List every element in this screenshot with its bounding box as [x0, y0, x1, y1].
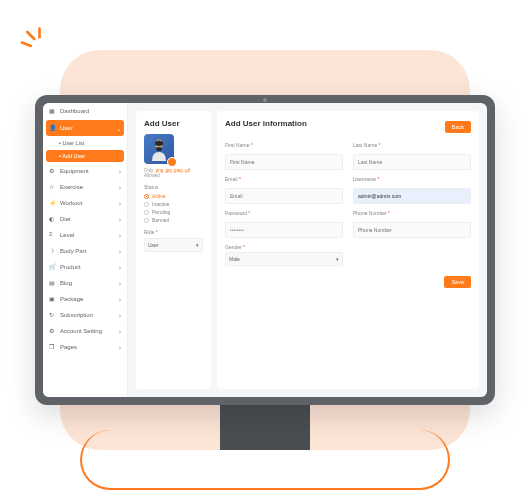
- email-field: Email *: [225, 176, 343, 204]
- radio-active[interactable]: Active: [144, 193, 203, 199]
- sidebar-item-equipment[interactable]: ⚙Equipment›: [43, 163, 127, 179]
- sidebar-item-body-part[interactable]: ☽Body Part›: [43, 243, 127, 259]
- chevron-right-icon: ›: [119, 312, 121, 318]
- pages-icon: ❐: [49, 343, 57, 351]
- sidebar-item-diet[interactable]: ◐Diet›: [43, 211, 127, 227]
- radio-label: Pending: [152, 209, 170, 215]
- svg-line-1: [27, 32, 34, 39]
- radio-pending[interactable]: Pending: [144, 209, 203, 215]
- username-field: Username *: [353, 176, 471, 204]
- sidebar-item-account-setting[interactable]: ⚙Account Setting›: [43, 323, 127, 339]
- sidebar-item-workout[interactable]: ⚡Workout›: [43, 195, 127, 211]
- field-label: First Name *: [225, 142, 343, 148]
- star-icon: ☆: [49, 183, 57, 191]
- gender-field: Gender *Male▾: [225, 244, 343, 266]
- camera-dot: [263, 98, 267, 102]
- sidebar-item-label: Product: [60, 264, 81, 270]
- sidebar-item-exercise[interactable]: ☆Exercise›: [43, 179, 127, 195]
- sidebar-item-label: Dashboard: [60, 108, 89, 114]
- chevron-down-icon: ▾: [336, 256, 339, 262]
- document-icon: ▤: [49, 279, 57, 287]
- radio-inactive[interactable]: Inactive: [144, 201, 203, 207]
- save-button[interactable]: Save: [444, 276, 471, 288]
- chevron-right-icon: ›: [119, 296, 121, 302]
- radio-icon: [144, 218, 149, 223]
- user-info-panel: Add User information Back First Name * L…: [217, 111, 479, 389]
- sidebar-item-label: Workout: [60, 200, 82, 206]
- password-input[interactable]: [225, 222, 343, 238]
- sidebar-item-blog[interactable]: ▤Blog›: [43, 275, 127, 291]
- last-name-field: Last Name *: [353, 142, 471, 170]
- field-label: Username *: [353, 176, 471, 182]
- status-radio-group: Active Inactive Pending Banned: [144, 193, 203, 223]
- chevron-right-icon: ›: [119, 344, 121, 350]
- sidebar: ▦Dashboard 👤User⌄ • User List • Add User…: [43, 103, 128, 397]
- username-input[interactable]: [353, 188, 471, 204]
- decorative-spark: [15, 25, 50, 64]
- dumbbell-icon: ⚙: [49, 167, 57, 175]
- sidebar-sub-add-user[interactable]: • Add User: [46, 150, 124, 162]
- radio-icon: [144, 210, 149, 215]
- field-label: Gender *: [225, 244, 343, 250]
- refresh-icon: ↻: [49, 311, 57, 319]
- sidebar-item-package[interactable]: ▣Package›: [43, 291, 127, 307]
- upload-hint: Only .png .jpg .jpeg .gif Allowed: [144, 168, 203, 178]
- sidebar-item-label: Subscription: [60, 312, 93, 318]
- sidebar-item-dashboard[interactable]: ▦Dashboard: [43, 103, 127, 119]
- email-input[interactable]: [225, 188, 343, 204]
- chevron-right-icon: ›: [119, 264, 121, 270]
- svg-point-4: [156, 147, 162, 151]
- radio-icon: [144, 194, 149, 199]
- sidebar-item-subscription[interactable]: ↻Subscription›: [43, 307, 127, 323]
- avatar-upload[interactable]: [144, 134, 174, 164]
- cart-icon: 🛒: [49, 263, 57, 271]
- role-select[interactable]: User▾: [144, 238, 203, 252]
- field-label: Password *: [225, 210, 343, 216]
- box-icon: ▣: [49, 295, 57, 303]
- first-name-input[interactable]: [225, 154, 343, 170]
- sidebar-item-label: Package: [60, 296, 83, 302]
- panel-title: Add User information: [225, 119, 307, 128]
- sidebar-item-user[interactable]: 👤User⌄: [46, 120, 124, 136]
- main-content: Add User Only .png .jpg .jpeg .gif Allow…: [128, 103, 487, 397]
- user-icon: 👤: [49, 124, 57, 132]
- role-label: Role *: [144, 229, 203, 235]
- sidebar-sub-label: User List: [62, 140, 84, 146]
- radio-banned[interactable]: Banned: [144, 217, 203, 223]
- sidebar-item-label: Blog: [60, 280, 72, 286]
- sidebar-item-label: User: [60, 125, 73, 131]
- sidebar-sub-user-list[interactable]: • User List: [43, 137, 127, 149]
- chevron-right-icon: ›: [119, 200, 121, 206]
- sidebar-item-label: Exercise: [60, 184, 83, 190]
- sidebar-item-label: Diet: [60, 216, 71, 222]
- panel-title: Add User: [144, 119, 203, 128]
- phone-input[interactable]: [353, 222, 471, 238]
- sidebar-item-label: Account Setting: [60, 328, 102, 334]
- gender-select[interactable]: Male▾: [225, 252, 343, 266]
- chevron-down-icon: ⌄: [116, 125, 121, 132]
- sidebar-sub-label: Add User: [62, 153, 85, 159]
- password-field: Password *: [225, 210, 343, 238]
- sidebar-item-product[interactable]: 🛒Product›: [43, 259, 127, 275]
- edit-avatar-icon[interactable]: [167, 157, 177, 167]
- field-label: Last Name *: [353, 142, 471, 148]
- last-name-input[interactable]: [353, 154, 471, 170]
- sidebar-item-label: Pages: [60, 344, 77, 350]
- settings-icon: ⚙: [49, 327, 57, 335]
- back-button[interactable]: Back: [445, 121, 471, 133]
- svg-line-0: [22, 43, 31, 47]
- radio-label: Active: [152, 193, 166, 199]
- sidebar-item-level[interactable]: ≡Level›: [43, 227, 127, 243]
- sidebar-item-pages[interactable]: ❐Pages›: [43, 339, 127, 355]
- chevron-down-icon: ▾: [196, 242, 199, 248]
- chevron-right-icon: ›: [119, 248, 121, 254]
- role-value: User: [148, 242, 159, 248]
- radio-label: Inactive: [152, 201, 169, 207]
- monitor-stand: [220, 400, 310, 450]
- body-icon: ☽: [49, 247, 57, 255]
- chevron-right-icon: ›: [119, 168, 121, 174]
- radio-label: Banned: [152, 217, 169, 223]
- layers-icon: ≡: [49, 231, 57, 239]
- sidebar-item-label: Equipment: [60, 168, 89, 174]
- chevron-right-icon: ›: [119, 280, 121, 286]
